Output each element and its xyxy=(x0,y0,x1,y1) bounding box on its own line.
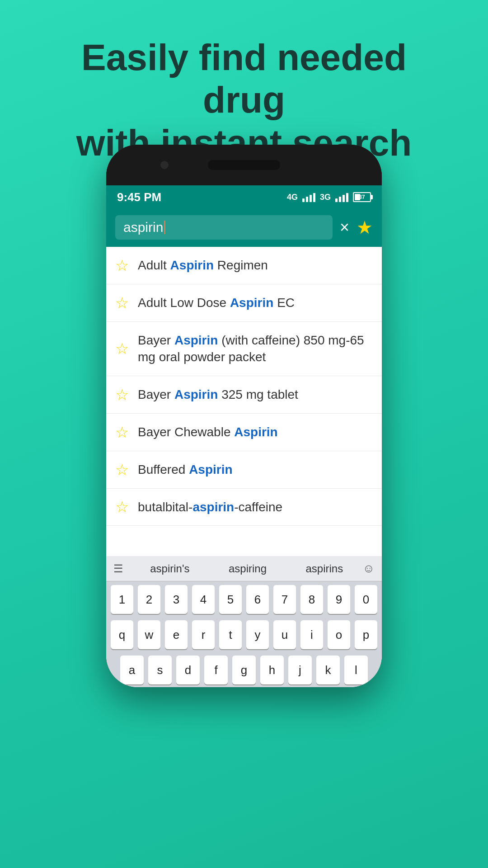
search-input-container[interactable]: aspirin xyxy=(115,215,333,240)
key-2[interactable]: 2 xyxy=(138,585,160,614)
key-w[interactable]: w xyxy=(138,620,160,649)
key-p[interactable]: p xyxy=(355,620,377,649)
result-item-1[interactable]: ☆ Adult Aspirin Regimen xyxy=(106,247,382,284)
suggestion-2[interactable]: aspiring xyxy=(220,560,276,578)
result-text-1: Adult Aspirin Regimen xyxy=(138,257,268,274)
bar4 xyxy=(313,193,315,202)
search-results-list: ☆ Adult Aspirin Regimen ☆ Adult Low Dose… xyxy=(106,247,382,556)
key-r[interactable]: r xyxy=(192,620,215,649)
key-e[interactable]: e xyxy=(165,620,188,649)
key-f[interactable]: f xyxy=(204,656,228,684)
result-text-3: Bayer Aspirin (with caffeine) 850 mg-65 … xyxy=(138,332,373,366)
key-9[interactable]: 9 xyxy=(328,585,350,614)
key-7[interactable]: 7 xyxy=(273,585,296,614)
result-text-6: Buffered Aspirin xyxy=(138,461,233,478)
result-star-4[interactable]: ☆ xyxy=(115,387,129,402)
keyboard-number-row: 1 2 3 4 5 6 7 8 9 0 xyxy=(106,581,382,617)
bar1 xyxy=(302,198,305,202)
status-time: 9:45 PM xyxy=(117,190,161,204)
search-cursor xyxy=(164,221,165,234)
key-u[interactable]: u xyxy=(273,620,296,649)
phone-speaker xyxy=(208,160,280,170)
key-i[interactable]: i xyxy=(300,620,323,649)
key-8[interactable]: 8 xyxy=(300,585,323,614)
suggestion-1[interactable]: aspirin's xyxy=(141,560,198,578)
key-g[interactable]: g xyxy=(232,656,256,684)
key-q[interactable]: q xyxy=(111,620,133,649)
highlight-3: Aspirin xyxy=(174,333,218,347)
network-4g-label: 4G xyxy=(287,193,298,202)
key-5[interactable]: 5 xyxy=(219,585,242,614)
keyboard[interactable]: ☰ aspirin's aspiring aspirins ☺ 1 2 3 4 … xyxy=(106,556,382,687)
search-bar[interactable]: aspirin × ★ xyxy=(106,209,382,247)
status-icons: 4G 3G 37 xyxy=(287,192,371,202)
signal-bars-1 xyxy=(302,192,315,202)
phone-camera xyxy=(160,161,169,169)
result-item-4[interactable]: ☆ Bayer Aspirin 325 mg tablet xyxy=(106,376,382,414)
result-item-6[interactable]: ☆ Buffered Aspirin xyxy=(106,451,382,489)
search-favorites-button[interactable]: ★ xyxy=(357,217,373,238)
result-item-5[interactable]: ☆ Bayer Chewable Aspirin xyxy=(106,414,382,451)
phone-bezel-top xyxy=(106,145,382,185)
keyboard-menu-icon[interactable]: ☰ xyxy=(113,562,123,575)
headline-line1: Easily find needed drug xyxy=(81,37,407,120)
phone-screen: 9:45 PM 4G 3G 37 xyxy=(106,185,382,687)
bar3 xyxy=(310,195,312,202)
key-t[interactable]: t xyxy=(219,620,242,649)
status-bar: 9:45 PM 4G 3G 37 xyxy=(106,185,382,209)
key-o[interactable]: o xyxy=(328,620,350,649)
key-h[interactable]: h xyxy=(260,656,284,684)
search-clear-button[interactable]: × xyxy=(340,219,349,236)
signal-bars-2 xyxy=(335,192,348,202)
suggestion-3[interactable]: aspirins xyxy=(297,560,352,578)
phone-mockup: 9:45 PM 4G 3G 37 xyxy=(106,145,382,687)
result-star-7[interactable]: ☆ xyxy=(115,499,129,514)
key-4[interactable]: 4 xyxy=(192,585,215,614)
bar1 xyxy=(335,198,338,202)
bar3 xyxy=(343,195,345,202)
key-j[interactable]: j xyxy=(288,656,312,684)
result-item-7[interactable]: ☆ butalbital-aspirin-caffeine xyxy=(106,489,382,526)
emoji-button[interactable]: ☺ xyxy=(362,561,375,576)
bar2 xyxy=(339,197,341,202)
result-item-2[interactable]: ☆ Adult Low Dose Aspirin EC xyxy=(106,284,382,322)
search-query[interactable]: aspirin xyxy=(123,220,163,235)
keyboard-row-qwerty: q w e r t y u i o p xyxy=(106,617,382,652)
result-text-7: butalbital-aspirin-caffeine xyxy=(138,499,282,516)
key-l[interactable]: l xyxy=(344,656,368,684)
key-6[interactable]: 6 xyxy=(246,585,269,614)
battery-percent: 37 xyxy=(359,194,365,200)
highlight-4: Aspirin xyxy=(174,387,218,401)
key-y[interactable]: y xyxy=(246,620,269,649)
result-star-6[interactable]: ☆ xyxy=(115,462,129,477)
suggestion-items: aspirin's aspiring aspirins xyxy=(131,560,362,578)
keyboard-row-asdf: a s d f g h j k l xyxy=(106,652,382,687)
bar2 xyxy=(306,197,308,202)
result-star-3[interactable]: ☆ xyxy=(115,341,129,356)
result-text-5: Bayer Chewable Aspirin xyxy=(138,424,278,441)
bar4 xyxy=(346,193,348,202)
key-3[interactable]: 3 xyxy=(165,585,188,614)
highlight-5: Aspirin xyxy=(234,425,277,439)
network-3g-label: 3G xyxy=(320,193,331,202)
result-text-4: Bayer Aspirin 325 mg tablet xyxy=(138,386,298,403)
key-1[interactable]: 1 xyxy=(111,585,133,614)
key-s[interactable]: s xyxy=(148,656,172,684)
highlight-2: Aspirin xyxy=(230,296,273,310)
result-text-2: Adult Low Dose Aspirin EC xyxy=(138,294,295,311)
key-a[interactable]: a xyxy=(120,656,144,684)
key-d[interactable]: d xyxy=(176,656,200,684)
highlight-1: Aspirin xyxy=(170,258,214,272)
highlight-7: aspirin xyxy=(192,500,234,514)
key-0[interactable]: 0 xyxy=(355,585,377,614)
result-item-3[interactable]: ☆ Bayer Aspirin (with caffeine) 850 mg-6… xyxy=(106,322,382,377)
key-k[interactable]: k xyxy=(316,656,340,684)
keyboard-suggestions-row: ☰ aspirin's aspiring aspirins ☺ xyxy=(106,556,382,581)
highlight-6: Aspirin xyxy=(189,462,232,476)
battery-icon: 37 xyxy=(353,192,371,202)
result-star-5[interactable]: ☆ xyxy=(115,425,129,440)
result-star-1[interactable]: ☆ xyxy=(115,258,129,273)
result-star-2[interactable]: ☆ xyxy=(115,295,129,311)
